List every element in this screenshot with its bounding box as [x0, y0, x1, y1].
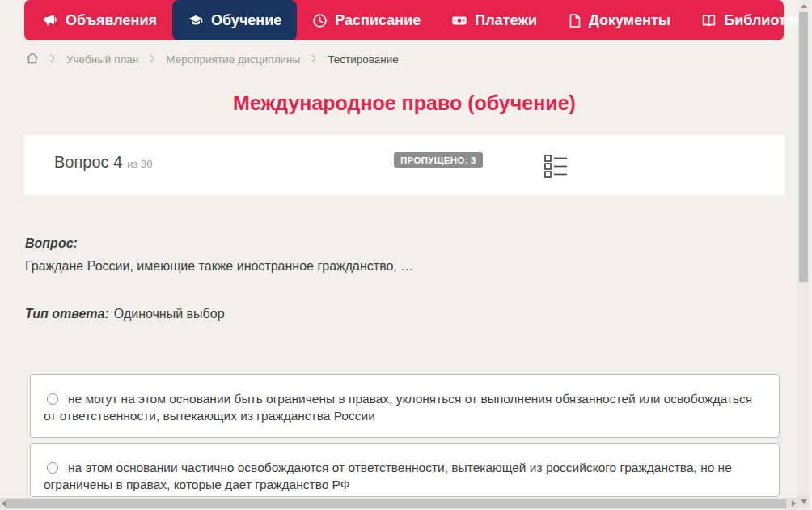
nav-item-label: Библиотека [724, 12, 810, 29]
question-block: Вопрос: Граждане России, имеющие также и… [25, 236, 413, 274]
scroll-up-arrow-icon[interactable] [797, 0, 810, 11]
option-text: на этом основании частично освобождаются… [44, 461, 732, 491]
page-title: Международное право (обучение) [0, 91, 809, 115]
horizontal-scrollbar[interactable] [0, 498, 797, 509]
nav-item-schedule[interactable]: Расписание [297, 0, 436, 40]
nav-item-education[interactable]: Обучение [172, 0, 297, 40]
book-icon [701, 13, 717, 28]
megaphone-icon [43, 13, 58, 28]
question-counter: из 30 [127, 158, 152, 170]
nav-item-label: Расписание [335, 12, 421, 29]
radio-button[interactable] [47, 393, 58, 405]
question-number-label: Вопрос 4 [54, 153, 122, 171]
breadcrumb: Учебный план Мероприятие дисциплины Тест… [26, 51, 399, 67]
nav-item-label: Платежи [475, 12, 537, 29]
breadcrumb-separator [311, 53, 317, 66]
main-navbar: Объявления Обучение Расписание Платежи Д… [24, 0, 784, 40]
skipped-badge: ПРОПУЩЕНО: 3 [394, 152, 483, 168]
home-icon[interactable] [26, 52, 39, 66]
question-heading: Вопрос: [25, 236, 413, 251]
nav-item-library[interactable]: Библиотека [686, 0, 812, 40]
scroll-down-arrow-icon[interactable] [797, 495, 810, 507]
nav-item-label: Документы [589, 12, 670, 29]
answer-type-label: Тип ответа: [25, 307, 109, 321]
scroll-right-arrow-icon[interactable] [790, 498, 797, 509]
nav-item-label: Объявления [66, 12, 157, 29]
vertical-scrollbar-thumb[interactable] [799, 12, 808, 282]
document-icon [568, 13, 582, 28]
question-text: Граждане России, имеющие также иностранн… [25, 259, 413, 274]
graduation-cap-icon [188, 13, 204, 28]
page: Объявления Обучение Расписание Платежи Д… [0, 0, 812, 510]
question-header-card: Вопрос 4из 30 ПРОПУЩЕНО: 3 [24, 135, 785, 195]
nav-item-documents[interactable]: Документы [552, 0, 686, 40]
answer-type-value: Одиночный выбор [114, 307, 225, 321]
banknote-icon [451, 13, 467, 28]
answer-type-row: Тип ответа:Одиночный выбор [25, 307, 225, 321]
nav-item-label: Обучение [211, 12, 281, 29]
answer-option-1[interactable]: не могут на этом основании быть ограниче… [30, 374, 780, 438]
list-icon [543, 169, 569, 181]
option-text: не могут на этом основании быть ограниче… [44, 392, 752, 423]
breadcrumb-item-testing: Тестирование [328, 53, 399, 66]
breadcrumb-item-curriculum[interactable]: Учебный план [66, 53, 138, 66]
answer-option-2[interactable]: на этом основании частично освобождаются… [30, 443, 780, 497]
question-list-button[interactable] [543, 153, 570, 181]
vertical-scrollbar[interactable] [797, 0, 810, 510]
nav-item-payments[interactable]: Платежи [436, 0, 552, 40]
question-number: Вопрос 4из 30 [54, 153, 153, 172]
breadcrumb-item-discipline-event[interactable]: Мероприятие дисциплины [166, 53, 300, 66]
breadcrumb-separator [49, 53, 56, 66]
horizontal-scrollbar-thumb[interactable] [6, 499, 786, 508]
nav-item-announcements[interactable]: Объявления [27, 0, 172, 40]
clock-icon [312, 13, 328, 28]
scroll-left-arrow-icon[interactable] [0, 498, 6, 509]
breadcrumb-separator [149, 53, 155, 66]
radio-button[interactable] [47, 462, 58, 474]
